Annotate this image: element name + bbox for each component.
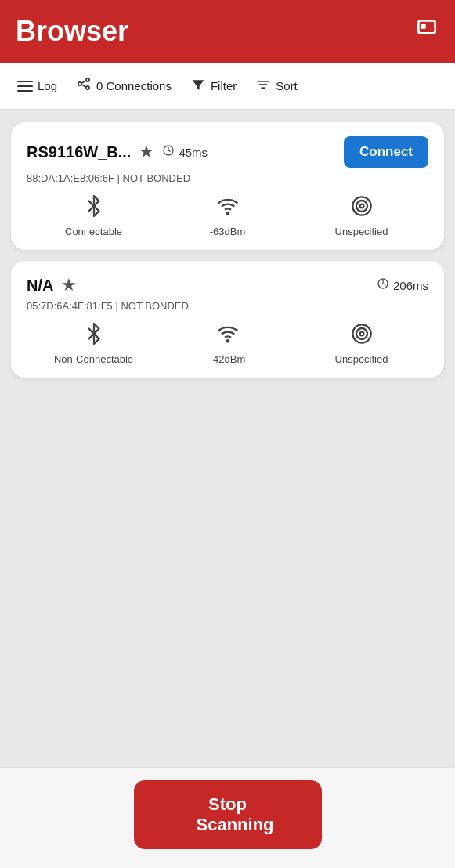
device-card-header-1: N/A ★ 206ms [27,275,428,295]
signal-label-1: -42dBm [210,353,246,365]
hamburger-icon [17,81,33,92]
filter-button[interactable]: Filter [181,69,246,103]
connections-icon [76,76,92,96]
device-props-0: Connectable -63dBm [27,195,428,237]
device-mac-1: 05:7D:6A:4F:81:F5 | NOT BONDED [27,300,428,312]
connect-button-0[interactable]: Connect [344,136,428,168]
prop-signal-1: -42dBm [161,323,294,365]
log-button[interactable]: Log [8,71,67,100]
app-title: Browser [16,15,128,48]
time-value-0: 45ms [179,146,208,159]
connectable-label-1: Non-Connectable [54,353,133,365]
device-name-row-0: RS9116W_B... ★ 45ms [27,142,208,162]
mode-label-1: Unspecified [335,353,388,365]
target-icon-0 [351,195,373,222]
clock-icon-0 [162,144,175,160]
sort-label: Sort [276,79,298,92]
device-name-row-1: N/A ★ [27,275,77,295]
svg-point-19 [359,332,363,336]
svg-line-6 [81,85,86,87]
svg-point-2 [78,82,81,85]
log-label: Log [38,79,57,92]
svg-point-18 [356,328,367,339]
svg-rect-1 [421,24,426,29]
svg-point-16 [226,340,228,342]
connections-label: 0 Connections [96,79,172,92]
filter-label: Filter [211,79,237,92]
device-mac-0: 88:DA:1A:E8:06:6F | NOT BONDED [27,172,428,184]
sort-icon [255,77,271,95]
sort-button[interactable]: Sort [246,69,307,103]
star-icon-1[interactable]: ★ [61,275,77,295]
mode-label-0: Unspecified [335,226,388,237]
svg-point-13 [356,201,367,212]
connections-button[interactable]: 0 Connections [67,68,181,103]
bottom-bar: Stop Scanning [0,767,455,868]
device-name-0: RS9116W_B... [27,143,131,161]
device-list: RS9116W_B... ★ 45ms Connect 88:DA:1A:E8:… [0,110,455,767]
time-value-1: 206ms [393,279,428,292]
device-card-1: N/A ★ 206ms 05:7D:6A:4F:81:F5 | NOT BOND… [11,261,444,378]
clock-icon-1 [377,277,389,293]
toolbar: Log 0 Connections Filter [0,63,455,110]
svg-point-11 [226,212,228,214]
filter-icon [190,77,206,95]
svg-point-14 [359,204,363,208]
app-header: Browser [0,0,455,63]
bluetooth-icon-0 [83,195,105,222]
svg-line-5 [81,81,86,83]
prop-connectable-1: Non-Connectable [27,323,161,365]
wifi-icon-0 [217,195,239,222]
svg-point-3 [86,78,89,81]
star-icon-0[interactable]: ★ [139,142,154,162]
bluetooth-icon-1 [83,323,105,350]
time-row-0: 45ms [162,144,208,160]
prop-mode-0: Unspecified [294,195,428,237]
connectable-label-0: Connectable [65,226,122,237]
signal-label-0: -63dBm [210,226,246,237]
prop-signal-0: -63dBm [161,195,294,237]
stop-scan-button[interactable]: Stop Scanning [134,780,322,849]
device-card-0: RS9116W_B... ★ 45ms Connect 88:DA:1A:E8:… [11,122,444,250]
prop-connectable-0: Connectable [27,195,161,237]
svg-point-4 [86,86,89,89]
time-row-1: 206ms [377,277,428,293]
prop-mode-1: Unspecified [294,323,428,365]
device-name-1: N/A [27,277,53,295]
device-props-1: Non-Connectable -42dBm [27,323,428,365]
target-icon-1 [351,323,373,350]
layers-icon[interactable] [414,16,439,47]
wifi-icon-1 [217,323,239,350]
device-card-header-0: RS9116W_B... ★ 45ms Connect [27,136,428,168]
